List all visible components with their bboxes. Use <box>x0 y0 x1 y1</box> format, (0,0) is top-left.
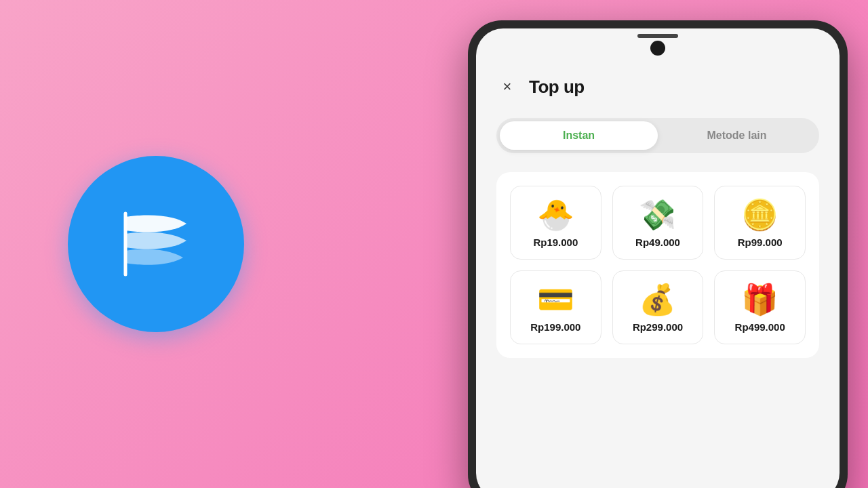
app-content: × Top up Instan Metode lain 🐣 Rp19.000 💸… <box>476 28 840 488</box>
topup-icon-49000: 💸 <box>639 200 676 230</box>
topup-item-499000[interactable]: 🎁 Rp499.000 <box>714 270 806 344</box>
close-button[interactable]: × <box>496 76 518 98</box>
camera-hole <box>650 41 665 56</box>
topup-price-19000: Rp19.000 <box>533 237 578 248</box>
topup-price-49000: Rp49.000 <box>635 237 680 248</box>
topup-price-499000: Rp499.000 <box>735 321 785 333</box>
topup-item-19000[interactable]: 🐣 Rp19.000 <box>510 186 601 260</box>
tab-switcher: Instan Metode lain <box>496 118 819 153</box>
topup-item-299000[interactable]: 💰 Rp299.000 <box>612 270 704 344</box>
topup-icon-499000: 🎁 <box>741 285 778 314</box>
topup-icon-199000: 💳 <box>537 285 574 314</box>
topup-price-199000: Rp199.000 <box>530 321 580 333</box>
phone-screen: × Top up Instan Metode lain 🐣 Rp19.000 💸… <box>476 28 840 488</box>
brand-logo-circle <box>68 156 244 332</box>
topup-price-99000: Rp99.000 <box>738 237 783 248</box>
topup-grid: 🐣 Rp19.000 💸 Rp49.000 🪙 Rp99.000 💳 Rp199… <box>496 172 819 358</box>
topup-icon-19000: 🐣 <box>537 200 574 230</box>
app-header: × Top up <box>496 76 819 98</box>
phone-mockup: × Top up Instan Metode lain 🐣 Rp19.000 💸… <box>468 20 848 488</box>
topup-icon-99000: 🪙 <box>741 200 778 230</box>
page-title: Top up <box>529 77 585 98</box>
topup-item-99000[interactable]: 🪙 Rp99.000 <box>714 186 806 260</box>
topup-price-299000: Rp299.000 <box>633 321 683 333</box>
flag-icon <box>112 210 200 278</box>
tab-instan[interactable]: Instan <box>500 121 658 150</box>
tab-metode-lain[interactable]: Metode lain <box>658 121 816 150</box>
phone-speaker <box>637 34 678 38</box>
topup-item-49000[interactable]: 💸 Rp49.000 <box>612 186 704 260</box>
topup-icon-299000: 💰 <box>639 285 676 314</box>
topup-item-199000[interactable]: 💳 Rp199.000 <box>510 270 601 344</box>
